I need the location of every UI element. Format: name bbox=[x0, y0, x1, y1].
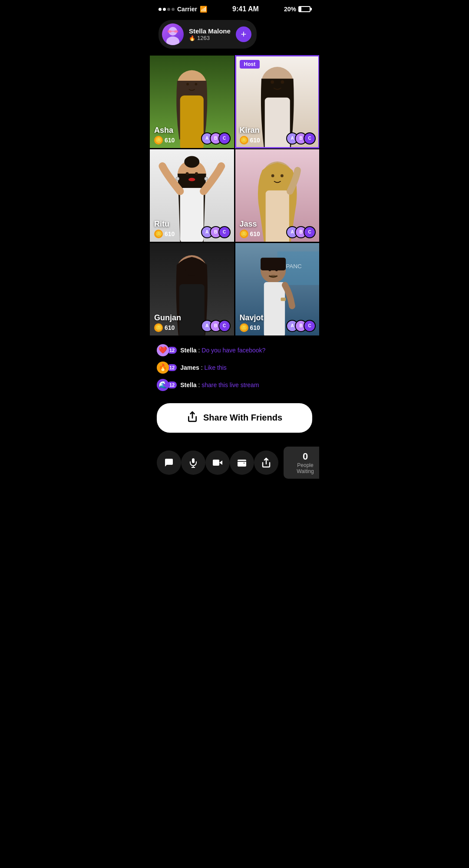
svg-point-13 bbox=[271, 80, 274, 84]
signal-dot-1 bbox=[159, 8, 162, 11]
video-cell-gunjan[interactable]: Gunjan 🪙 610 A B C bbox=[150, 243, 234, 335]
chat-text-1: Stella : Do you have facebook? bbox=[180, 347, 265, 354]
cell-avatars-navjot: A B C bbox=[286, 320, 316, 332]
video-button[interactable] bbox=[205, 450, 230, 475]
video-cell-jass[interactable]: Jass 🪙 610 A B C bbox=[235, 149, 320, 242]
svg-point-20 bbox=[195, 172, 198, 175]
signal-dot-3 bbox=[167, 8, 170, 11]
svg-point-42 bbox=[270, 275, 276, 277]
svg-rect-3 bbox=[174, 30, 178, 33]
chat-text-3: Stella : share this live stream bbox=[180, 381, 259, 388]
chat-text-2: James : Like this bbox=[180, 364, 227, 371]
svg-point-32 bbox=[186, 268, 189, 271]
avatar-image bbox=[162, 23, 184, 45]
video-cell-asha[interactable]: Asha 🪙 610 A B C bbox=[150, 56, 234, 148]
share-with-friends-button[interactable]: Share With Friends bbox=[157, 403, 312, 433]
status-left: Carrier 📶 bbox=[159, 6, 207, 13]
people-count: 0 bbox=[291, 451, 319, 462]
wallet-icon bbox=[237, 457, 247, 468]
svg-rect-7 bbox=[180, 95, 204, 148]
cell-name-gunjan: Gunjan bbox=[154, 313, 181, 322]
mini-avatar-3: C bbox=[218, 132, 231, 145]
svg-point-41 bbox=[275, 269, 277, 271]
video-icon bbox=[212, 457, 223, 468]
share-button-wrapper: Share With Friends bbox=[150, 403, 319, 441]
coin-icon-gunjan: 🪙 bbox=[154, 323, 163, 332]
chat-message-1: ❤️ 12 Stella : Do you have facebook? bbox=[157, 344, 312, 356]
cell-avatars-asha: A B C bbox=[201, 132, 231, 145]
wallet-button[interactable] bbox=[230, 450, 254, 475]
chat-message-2: 🔥 12 James : Like this bbox=[157, 362, 312, 374]
mini-avatar-g3: C bbox=[218, 320, 231, 332]
chat-avatar-stella-2: 🌊 bbox=[157, 379, 169, 391]
signal-strength bbox=[159, 8, 175, 11]
profile-info: Stella Malone 🔥 1263 bbox=[189, 27, 231, 41]
coin-icon-asha: 🪙 bbox=[154, 136, 163, 145]
svg-marker-48 bbox=[219, 460, 222, 465]
battery-percent: 20% bbox=[284, 6, 296, 13]
score-value: 1263 bbox=[197, 35, 210, 41]
svg-point-40 bbox=[268, 269, 271, 271]
status-battery: 20% bbox=[284, 6, 310, 13]
video-cell-navjot[interactable]: UPANC Navjot 🪙 610 A B C bbox=[235, 243, 320, 335]
chat-section: ❤️ 12 Stella : Do you have facebook? 🔥 1… bbox=[150, 339, 319, 403]
signal-dot-2 bbox=[163, 8, 166, 11]
people-waiting-box: 0 People Waiting bbox=[284, 447, 319, 479]
chat-button[interactable] bbox=[157, 450, 181, 475]
coin-icon-kiran: 🪙 bbox=[240, 136, 248, 145]
host-badge: Host bbox=[240, 60, 260, 69]
avatar bbox=[162, 23, 184, 45]
share-icon bbox=[261, 457, 271, 468]
svg-point-14 bbox=[281, 80, 284, 84]
mini-avatar-j3: C bbox=[304, 226, 316, 238]
svg-rect-18 bbox=[180, 188, 204, 242]
cell-coins-navjot: 🪙 610 bbox=[240, 323, 260, 332]
mini-avatar-n3: C bbox=[304, 320, 316, 332]
fire-icon: 🔥 bbox=[189, 35, 195, 41]
video-cell-ritu[interactable]: Ritu 🪙 610 A B C bbox=[150, 149, 234, 242]
cell-coins-jass: 🪙 610 bbox=[240, 230, 260, 238]
share-button-icon bbox=[187, 411, 198, 425]
coin-icon-ritu: 🪙 bbox=[154, 230, 163, 238]
svg-point-1 bbox=[166, 36, 179, 45]
mic-icon bbox=[188, 457, 198, 468]
profile-header: Stella Malone 🔥 1263 + bbox=[159, 20, 257, 49]
chat-avatar-stella-1: ❤️ bbox=[157, 344, 169, 356]
svg-point-27 bbox=[271, 174, 274, 177]
cell-coins-asha: 🪙 610 bbox=[154, 136, 175, 145]
profile-name: Stella Malone bbox=[189, 27, 231, 35]
bottom-bar: 0 People Waiting bbox=[150, 441, 319, 487]
cell-name-navjot: Navjot bbox=[240, 313, 264, 322]
svg-point-19 bbox=[186, 172, 189, 175]
cell-name-ritu: Ritu bbox=[154, 220, 169, 229]
share-button-bottom[interactable] bbox=[254, 450, 278, 475]
svg-rect-26 bbox=[265, 191, 289, 242]
svg-point-22 bbox=[176, 177, 179, 181]
profile-score: 🔥 1263 bbox=[189, 35, 231, 41]
status-time: 9:41 AM bbox=[232, 5, 259, 13]
cell-name-jass: Jass bbox=[240, 220, 257, 229]
cell-coins-ritu: 🪙 610 bbox=[154, 230, 175, 238]
mic-button[interactable] bbox=[181, 450, 205, 475]
svg-point-9 bbox=[195, 83, 198, 85]
chat-avatar-james: 🔥 bbox=[157, 362, 169, 374]
carrier-label: Carrier bbox=[177, 6, 197, 13]
battery-icon bbox=[298, 6, 310, 12]
coin-icon-jass: 🪙 bbox=[240, 230, 248, 238]
signal-dot-4 bbox=[172, 8, 175, 11]
svg-rect-2 bbox=[168, 30, 172, 33]
add-button[interactable]: + bbox=[236, 26, 251, 42]
cell-coins-kiran: 🪙 610 bbox=[240, 136, 260, 145]
svg-rect-43 bbox=[281, 297, 286, 301]
share-button-label: Share With Friends bbox=[203, 413, 282, 423]
coin-icon-navjot: 🪙 bbox=[240, 323, 248, 332]
video-cell-kiran[interactable]: Host Kiran 🪙 610 A B C bbox=[235, 56, 320, 148]
avatar-svg bbox=[162, 23, 184, 45]
cell-avatars-kiran: A B C bbox=[286, 132, 316, 145]
cell-avatars-jass: A B C bbox=[286, 226, 316, 238]
svg-rect-39 bbox=[264, 282, 284, 335]
mini-avatar-k3: C bbox=[304, 132, 316, 145]
chat-badge-1: ❤️ 12 bbox=[157, 344, 177, 356]
svg-rect-49 bbox=[213, 460, 219, 466]
cell-avatars-ritu: A B C bbox=[201, 226, 231, 238]
